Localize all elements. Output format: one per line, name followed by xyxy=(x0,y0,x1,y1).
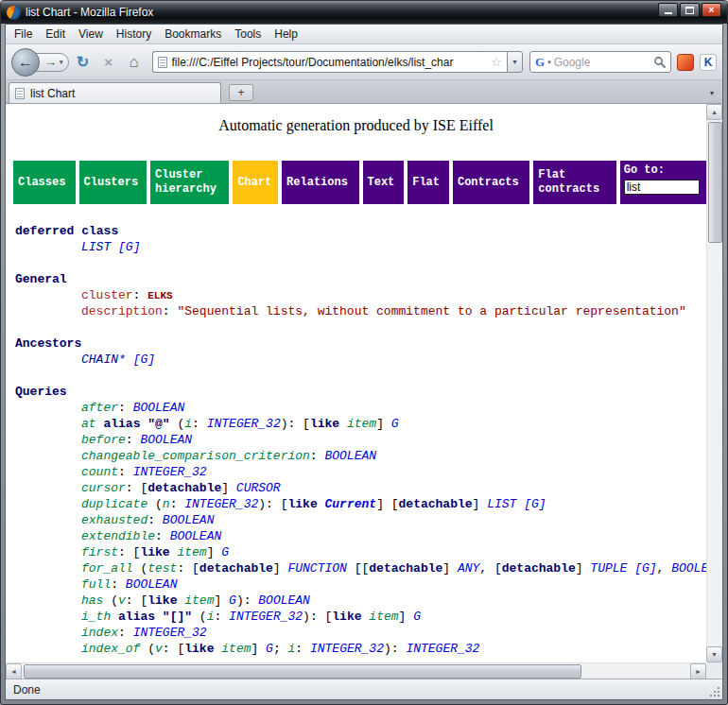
seg-kw2: like xyxy=(184,642,214,656)
menu-item-tools[interactable]: Tools xyxy=(228,26,268,43)
nav-button-contracts[interactable]: Contracts xyxy=(453,161,529,204)
menu-item-edit[interactable]: Edit xyxy=(39,26,72,43)
seg-pl: : xyxy=(310,449,325,463)
search-placeholder[interactable]: Google xyxy=(554,56,650,69)
seg-gen[interactable]: G xyxy=(413,610,421,624)
back-button[interactable]: ← xyxy=(11,48,40,77)
seg-type[interactable]: BOOLEAN xyxy=(133,401,185,415)
seg-pl: ] xyxy=(576,561,591,576)
seg-gen[interactable]: G xyxy=(229,593,236,608)
seg-kw2: like xyxy=(287,497,317,511)
seg-type[interactable]: INTEGER_32 xyxy=(184,497,258,511)
horizontal-scroll-thumb[interactable] xyxy=(24,664,581,679)
doc-line: index: INTEGER_32 xyxy=(6,625,706,641)
seg-kw2: detachable xyxy=(369,561,442,576)
nav-button-flat-contracts[interactable]: Flat contracts xyxy=(533,161,615,204)
home-button[interactable]: ⌂ xyxy=(123,51,146,74)
minimize-button[interactable] xyxy=(658,3,678,17)
seg-type[interactable]: LIST xyxy=(487,497,516,511)
seg-kw: deferred class xyxy=(15,224,118,238)
maximize-button[interactable] xyxy=(680,3,700,17)
scroll-left-button[interactable]: ◄ xyxy=(6,663,22,679)
seg-type[interactable]: BOOLEAN xyxy=(140,433,192,447)
nav-button-relations[interactable]: Relations xyxy=(282,161,358,204)
seg-type[interactable]: INTEGER_32 xyxy=(229,610,303,624)
seg-pl: : [ xyxy=(118,545,140,559)
bookmark-star-icon[interactable]: ☆ xyxy=(491,55,502,69)
seg-gen[interactable]: G xyxy=(391,417,399,431)
seg-pl: : xyxy=(118,465,133,479)
close-button[interactable]: × xyxy=(702,3,721,17)
history-dropdown-icon[interactable]: ▾ xyxy=(60,59,63,66)
seg-gen[interactable]: [G] xyxy=(118,240,140,254)
nav-button-flat[interactable]: Flat xyxy=(407,161,449,204)
menu-item-file[interactable]: File xyxy=(8,26,39,43)
menu-item-view[interactable]: View xyxy=(72,26,110,43)
nav-button-text[interactable]: Text xyxy=(363,161,405,204)
seg-type[interactable]: BOOLEAN xyxy=(324,449,376,463)
seg-feat: cursor xyxy=(81,481,126,495)
seg-pl: : xyxy=(147,513,163,527)
seg-type[interactable]: BOOLEAN xyxy=(258,593,310,608)
nav-button-clusters[interactable]: Clusters xyxy=(79,161,147,204)
reload-button[interactable]: ↻ xyxy=(72,51,95,74)
seg-gen[interactable]: [G] xyxy=(133,352,155,367)
vertical-scrollbar[interactable]: ▲ ▼ xyxy=(706,104,722,662)
doc-line xyxy=(6,255,706,271)
seg-feat: index_of xyxy=(81,642,140,656)
seg-cls[interactable]: LIST xyxy=(81,240,111,254)
vertical-scroll-thumb[interactable] xyxy=(708,122,722,243)
stop-button[interactable]: × xyxy=(97,51,120,74)
seg-type[interactable]: FUNCTION xyxy=(287,561,346,576)
scroll-up-button[interactable]: ▲ xyxy=(706,104,722,120)
seg-type[interactable]: ANY xyxy=(458,561,479,576)
seg-cls[interactable]: CHAIN* xyxy=(81,352,126,367)
horizontal-scrollbar[interactable]: ◄ ► xyxy=(6,662,706,679)
seg-gen[interactable]: [G] xyxy=(524,497,546,511)
seg-gen[interactable]: [G] xyxy=(634,561,656,576)
seg-type[interactable]: INTEGER_32 xyxy=(207,417,281,431)
seg-feat: before xyxy=(81,433,126,447)
menu-item-help[interactable]: Help xyxy=(268,26,304,43)
tab-list-dropdown[interactable]: ▾ xyxy=(704,84,719,101)
seg-feat: changeable_comparison_criterion xyxy=(81,449,310,463)
search-box[interactable]: G ▾ Google xyxy=(529,51,671,73)
url-bar[interactable]: file:///C:/Eiffel Projects/tour/Document… xyxy=(152,51,507,73)
seg-type[interactable]: INTEGER_32 xyxy=(406,642,479,656)
magnifier-icon[interactable] xyxy=(653,56,666,68)
seg-type[interactable]: BOOLEAN xyxy=(671,561,706,576)
seg-type[interactable]: INTEGER_32 xyxy=(133,626,207,640)
extension-icon-red[interactable] xyxy=(677,54,694,71)
doc-line: for_all (test: [detachable] FUNCTION [[d… xyxy=(6,560,706,576)
goto-input[interactable] xyxy=(624,180,700,195)
menu-item-bookmarks[interactable]: Bookmarks xyxy=(158,26,228,43)
seg-type[interactable]: BOOLEAN xyxy=(163,513,215,527)
scroll-right-button[interactable]: ► xyxy=(690,663,706,679)
seg-type[interactable]: BOOLEAN xyxy=(126,577,178,592)
new-tab-button[interactable]: + xyxy=(229,84,253,101)
nav-button-chart[interactable]: Chart xyxy=(233,161,278,204)
doc-line: first: [like item] G xyxy=(6,544,706,560)
seg-gen[interactable]: G xyxy=(221,545,229,559)
title-bar[interactable]: list Chart - Mozilla Firefox × xyxy=(1,1,727,24)
seg-kw2: like xyxy=(332,610,361,624)
scroll-down-button[interactable]: ▼ xyxy=(706,646,722,662)
seg-type[interactable]: INTEGER_32 xyxy=(310,642,384,656)
search-engine-dropdown-icon[interactable]: ▾ xyxy=(547,59,551,66)
seg-type[interactable]: CURSOR xyxy=(236,481,281,495)
url-dropdown-button[interactable]: ▼ xyxy=(507,51,523,73)
seg-pl: ] xyxy=(251,642,267,656)
seg-gen[interactable]: G xyxy=(266,642,273,656)
seg-type[interactable]: BOOLEAN xyxy=(170,529,222,543)
seg-type[interactable]: TUPLE xyxy=(590,561,627,576)
doc-line: count: INTEGER_32 xyxy=(6,464,706,480)
nav-button-classes[interactable]: Classes xyxy=(13,161,76,204)
url-text[interactable]: file:///C:/Eiffel Projects/tour/Document… xyxy=(172,56,487,69)
seg-type[interactable]: INTEGER_32 xyxy=(133,465,207,479)
resize-grip[interactable] xyxy=(708,685,720,697)
nav-button-cluster-hierarchy[interactable]: Cluster hierarchy xyxy=(150,161,229,204)
extension-icon-k[interactable]: K xyxy=(700,54,717,71)
menu-item-history[interactable]: History xyxy=(110,26,158,43)
tab-list-chart[interactable]: list Chart xyxy=(9,82,221,103)
seg-feat: item xyxy=(347,417,376,431)
